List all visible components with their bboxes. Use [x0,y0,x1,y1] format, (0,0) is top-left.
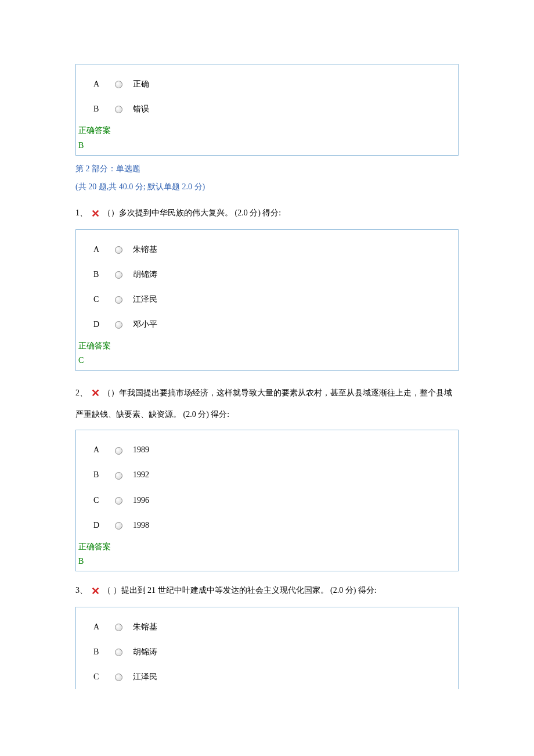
question-line-3: 3、 ✕ （ ）提出到 21 世纪中叶建成中等发达的社会主义现代化国家。 (2.… [75,582,459,600]
option-text: 胡锦涛 [133,262,163,287]
radio-icon[interactable] [115,106,122,113]
option-text: 胡锦涛 [133,639,163,664]
radio-icon[interactable] [115,81,122,88]
option-letter: B [93,96,113,121]
section-title: 第 2 部分：单选题 [75,161,459,176]
correct-answer-label: 正确答案 [76,538,458,554]
radio-icon[interactable] [115,447,122,455]
option-text: 朱镕基 [133,237,163,262]
option-radio-cell [113,513,133,538]
option-radio-cell [113,639,133,664]
option-text: 江泽民 [133,287,163,312]
wrong-icon: ✕ [91,381,100,405]
question-number: 1、 [75,209,88,218]
option-row: B 胡锦涛 [93,262,163,287]
option-row: A 朱镕基 [93,614,163,639]
correct-answer-value: C [76,353,458,370]
option-text: 朱镕基 [133,614,163,639]
options-table: A 1989 B 1992 C 1996 D 1998 [93,437,155,538]
score-label: 得分: [211,410,229,419]
option-text: 错误 [133,96,155,121]
option-letter: A [93,614,113,639]
option-letter: D [93,513,113,538]
option-text: 正确 [133,71,155,96]
radio-icon[interactable] [115,296,122,304]
question-line-2: 2、 ✕ （）年我国提出要搞市场经济，这样就导致大量的要素从农村，甚至从县域逐渐… [75,381,459,424]
option-letter: B [93,462,113,487]
answer-box-q1: A 朱镕基 B 胡锦涛 C 江泽民 D 邓小平 正确答案 C [75,229,459,371]
options-table: A 朱镕基 B 胡锦涛 C 江泽民 D 邓小平 [93,237,163,337]
option-text: 1989 [133,437,155,462]
option-row: B 1992 [93,462,155,487]
question-line-1: 1、 ✕ （）多次提到中华民族的伟大复兴。 (2.0 分) 得分: [75,204,459,223]
option-letter: A [93,237,113,262]
option-row: A 正确 [93,71,155,96]
wrong-icon: ✕ [91,204,100,223]
option-text: 1992 [133,462,155,487]
option-letter: D [93,312,113,337]
option-letter: C [93,488,113,513]
option-radio-cell [113,287,133,312]
question-points: (2.0 分) [330,586,356,595]
option-row: A 1989 [93,437,155,462]
option-radio-cell [113,664,133,689]
answer-box-q3: A 朱镕基 B 胡锦涛 C 江泽民 [75,607,459,690]
radio-icon[interactable] [115,674,122,681]
option-radio-cell [113,614,133,639]
option-letter: A [93,71,113,96]
option-letter: B [93,639,113,664]
question-text: （ ）提出到 21 世纪中叶建成中等发达的社会主义现代化国家。 [103,586,329,595]
option-radio-cell [113,237,133,262]
option-radio-cell [113,262,133,287]
radio-icon[interactable] [115,271,122,279]
question-text: （）多次提到中华民族的伟大复兴。 [103,209,233,218]
correct-answer-value: B [76,554,458,571]
score-label: 得分: [262,209,281,218]
option-row: D 1998 [93,513,155,538]
option-row: B 错误 [93,96,155,121]
option-radio-cell [113,437,133,462]
option-text: 邓小平 [133,312,163,337]
options-table: A 正确 B 错误 [93,71,155,121]
options-table: A 朱镕基 B 胡锦涛 C 江泽民 [93,614,163,690]
question-number: 2、 [75,388,88,397]
score-label: 得分: [358,586,377,595]
question-number: 3、 [75,586,88,595]
answer-box-q2: A 1989 B 1992 C 1996 D 1998 正确答案 B [75,430,459,571]
correct-answer-label: 正确答案 [76,121,458,138]
option-letter: C [93,664,113,689]
correct-answer-label: 正确答案 [76,337,458,353]
option-row: B 胡锦涛 [93,639,163,664]
radio-icon[interactable] [115,472,122,480]
question-text: （）年我国提出要搞市场经济，这样就导致大量的要素从农村，甚至从县域逐渐往上走，整… [75,388,452,419]
option-text: 1996 [133,488,155,513]
option-radio-cell [113,96,133,121]
page: A 正确 B 错误 正确答案 B 第 2 部分：单选题 (共 20 题,共 40… [0,0,534,756]
option-radio-cell [113,488,133,513]
question-points: (2.0 分) [183,410,209,419]
option-letter: B [93,262,113,287]
section-info: (共 20 题,共 40.0 分; 默认单题 2.0 分) [75,179,459,194]
option-row: C 1996 [93,488,155,513]
option-text: 1998 [133,513,155,538]
option-row: C 江泽民 [93,664,163,689]
option-radio-cell [113,312,133,337]
option-letter: A [93,437,113,462]
radio-icon[interactable] [115,246,122,254]
radio-icon[interactable] [115,321,122,329]
option-row: A 朱镕基 [93,237,163,262]
option-radio-cell [113,462,133,487]
option-letter: C [93,287,113,312]
answer-box-top: A 正确 B 错误 正确答案 B [75,64,459,156]
radio-icon[interactable] [115,649,122,656]
radio-icon[interactable] [115,497,122,505]
radio-icon[interactable] [115,624,122,631]
wrong-icon: ✕ [91,582,100,600]
correct-answer-value: B [76,138,458,155]
option-text: 江泽民 [133,664,163,689]
option-row: D 邓小平 [93,312,163,337]
question-points: (2.0 分) [235,209,261,218]
option-radio-cell [113,71,133,96]
option-row: C 江泽民 [93,287,163,312]
radio-icon[interactable] [115,522,122,530]
